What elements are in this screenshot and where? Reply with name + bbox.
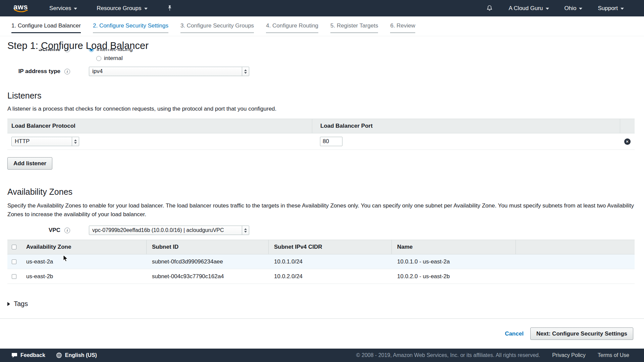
scheme-internal-option: internal <box>96 55 635 62</box>
listener-port-input[interactable] <box>320 137 342 146</box>
chevron-down-icon <box>144 8 148 10</box>
privacy-policy-link[interactable]: Privacy Policy <box>552 352 586 358</box>
aws-smile-icon <box>14 9 28 13</box>
select-arrows-icon <box>242 67 249 76</box>
chevron-down-icon <box>579 8 582 10</box>
subnets-table-header: Availability Zone Subnet ID Subnet IPv4 … <box>7 240 635 254</box>
listener-protocol-select[interactable]: HTTP <box>11 137 79 146</box>
cancel-link[interactable]: Cancel <box>505 330 524 337</box>
copyright-text: © 2008 - 2019, Amazon Web Services, Inc.… <box>356 352 540 358</box>
ip-address-type-row: IP address type ipv4 <box>7 67 635 76</box>
column-header-name: Name <box>392 240 516 254</box>
vpc-row: VPC vpc-07999b20eeffad16b (10.0.0.0/16) … <box>7 226 635 235</box>
subnet-row-us-east-2b[interactable]: us-east-2b subnet-004c93c7790c162a4 10.0… <box>7 269 635 284</box>
listener-row: HTTP <box>7 133 635 150</box>
info-icon[interactable] <box>64 69 70 74</box>
tags-section-toggle[interactable]: Tags <box>7 300 635 308</box>
ip-address-type-value: ipv4 <box>89 68 242 75</box>
select-arrows-icon <box>242 226 249 235</box>
main-content: Step 1: Configure Load Balancer Scheme i… <box>0 40 644 340</box>
nav-services-menu[interactable]: Services <box>49 5 77 12</box>
account-label: A Cloud Guru <box>508 5 543 12</box>
chevron-down-icon <box>621 8 624 10</box>
column-header-actions <box>620 119 635 133</box>
cell-name: 10.0.1.0 - us-east-2a <box>392 258 516 265</box>
tab-step-4-configure-routing: 4. Configure Routing <box>266 22 318 33</box>
nav-pin-button[interactable] <box>167 5 172 11</box>
support-label: Support <box>598 5 618 12</box>
page-footer: Feedback English (US) © 2008 - 2019, Ama… <box>0 349 644 362</box>
cell-subnet-cidr: 10.0.2.0/24 <box>269 273 392 280</box>
next-configure-security-settings-button[interactable]: Next: Configure Security Settings <box>530 327 633 340</box>
region-label: Ohio <box>565 5 577 12</box>
column-header-subnet-cidr: Subnet IPv4 CIDR <box>269 240 392 254</box>
tab-step-1-configure-load-balancer[interactable]: 1. Configure Load Balancer <box>11 22 81 33</box>
feedback-bubble-icon <box>11 353 17 358</box>
listeners-table: Load Balancer Protocol Load Balancer Por… <box>7 119 635 150</box>
account-menu[interactable]: A Cloud Guru <box>508 5 549 12</box>
chevron-down-icon <box>546 8 549 10</box>
subnet-checkbox[interactable] <box>12 259 16 264</box>
nav-resource-groups-menu[interactable]: Resource Groups <box>97 5 147 12</box>
feedback-label: Feedback <box>20 352 45 358</box>
listener-protocol-value: HTTP <box>12 138 72 145</box>
wizard-steps-bar: 1. Configure Load Balancer 2. Configure … <box>0 16 644 36</box>
terms-of-use-link[interactable]: Terms of Use <box>598 352 629 358</box>
cell-subnet-id: subnet-0fcd3d99096234aee <box>147 258 269 265</box>
notifications-button[interactable] <box>486 5 493 12</box>
region-menu[interactable]: Ohio <box>565 5 583 12</box>
cell-name: 10.0.2.0 - us-east-2b <box>392 273 516 280</box>
language-label: English (US) <box>65 352 97 358</box>
tab-step-3-configure-security-groups: 3. Configure Security Groups <box>180 22 254 33</box>
triangle-right-icon <box>7 302 10 306</box>
aws-logo[interactable]: aws <box>13 4 28 13</box>
add-listener-button[interactable]: Add listener <box>7 157 52 170</box>
subnet-row-us-east-2a[interactable]: us-east-2a subnet-0fcd3d99096234aee 10.0… <box>7 254 635 269</box>
listeners-description: A listener is a process that checks for … <box>7 105 635 113</box>
availability-zones-heading: Availability Zones <box>7 187 635 197</box>
globe-icon <box>56 352 62 358</box>
subnet-checkbox[interactable] <box>12 274 16 279</box>
page-title: Step 1: Configure Load Balancer <box>7 40 635 52</box>
ip-address-type-select[interactable]: ipv4 <box>89 67 249 76</box>
column-header-subnet-id: Subnet ID <box>147 240 269 254</box>
tab-step-6-review: 6. Review <box>390 22 415 33</box>
column-header-availability-zone: Availability Zone <box>21 240 147 254</box>
feedback-button[interactable]: Feedback <box>11 352 45 358</box>
info-icon[interactable] <box>64 228 70 233</box>
column-header-empty <box>516 240 635 254</box>
listeners-table-header: Load Balancer Protocol Load Balancer Por… <box>7 119 635 133</box>
vpc-label: VPC <box>7 227 60 234</box>
column-header-protocol: Load Balancer Protocol <box>7 123 312 129</box>
vpc-value: vpc-07999b20eeffad16b (10.0.0.0/16) | ac… <box>89 227 242 233</box>
ip-address-type-label: IP address type <box>7 68 60 75</box>
tab-step-5-register-targets: 5. Register Targets <box>330 22 378 33</box>
select-arrows-icon <box>72 137 79 146</box>
cell-subnet-cidr: 10.0.1.0/24 <box>269 258 392 265</box>
column-header-port: Load Balancer Port <box>312 119 620 133</box>
cell-availability-zone: us-east-2a <box>21 258 147 265</box>
select-all-checkbox[interactable] <box>12 245 16 249</box>
footer-right-cluster: © 2008 - 2019, Amazon Web Services, Inc.… <box>356 352 629 358</box>
cell-subnet-id: subnet-004c93c7790c162a4 <box>147 273 269 280</box>
cell-availability-zone: us-east-2b <box>21 273 147 280</box>
listeners-heading: Listeners <box>7 91 635 101</box>
vpc-select[interactable]: vpc-07999b20eeffad16b (10.0.0.0/16) | ac… <box>89 226 249 235</box>
nav-services-label: Services <box>49 5 71 12</box>
nav-resource-groups-label: Resource Groups <box>97 5 141 12</box>
language-selector[interactable]: English (US) <box>56 352 97 358</box>
tab-step-2-configure-security-settings[interactable]: 2. Configure Security Settings <box>93 22 168 33</box>
wizard-actions: Cancel Next: Configure Security Settings <box>7 327 635 340</box>
support-menu[interactable]: Support <box>598 5 624 12</box>
delete-listener-icon[interactable] <box>624 138 631 145</box>
bottom-divider <box>0 318 644 319</box>
pin-icon <box>167 5 172 11</box>
scheme-internal-radio[interactable] <box>96 56 101 61</box>
availability-zones-description: Specify the Availability Zones to enable… <box>7 201 635 219</box>
bell-icon <box>486 5 493 12</box>
top-navigation-bar: aws Services Resource Groups A Cloud Gur… <box>0 0 644 16</box>
tags-section-label: Tags <box>14 300 28 308</box>
subnets-table: Availability Zone Subnet ID Subnet IPv4 … <box>7 240 635 284</box>
chevron-down-icon <box>74 8 77 10</box>
top-nav-right-cluster: A Cloud Guru Ohio Support <box>471 5 624 12</box>
